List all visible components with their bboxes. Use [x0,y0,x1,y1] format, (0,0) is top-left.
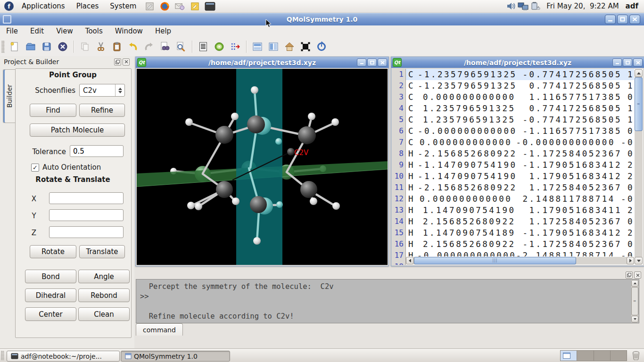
editor-minimize-button[interactable] [612,58,622,66]
menu-window[interactable]: Window [109,25,149,37]
editor-row[interactable]: H0.0000000000002.148811788714-0 [406,193,634,205]
dock-float-icon[interactable] [114,58,121,66]
molecule-canvas[interactable]: C2V [137,69,388,265]
report-icon[interactable] [195,39,211,54]
taskbar-grip[interactable] [1,351,4,360]
editor-row[interactable]: H-2.1568526809221.1725840523670 [406,182,634,193]
symmetry-align-icon[interactable] [227,39,243,54]
patch-molecule-button[interactable]: Patch Molecule [30,123,125,137]
panel-clock[interactable]: Fri May 20, 9:22 AM [542,2,623,10]
scroll-up-icon[interactable] [631,280,638,287]
editor-row[interactable]: H2.156852680922-1.1725840523670 [406,239,634,250]
battery-icon[interactable] [529,1,542,11]
task-qmolsymmetry[interactable]: QMolSymmetry 1.0 [121,351,230,362]
editor-row[interactable]: H1.147090754189-1.1790516834122 [406,227,634,239]
editor-row[interactable]: C1.235796591325-0.7741725685051 [406,114,634,125]
workspace-2[interactable] [577,351,594,361]
auto-orientation-checkbox[interactable]: ✓ [31,164,39,172]
editor-maximize-button[interactable] [623,58,632,66]
x-input[interactable] [49,192,124,204]
menu-tools[interactable]: Tools [79,25,109,37]
tab-builder[interactable]: Builder [3,69,16,123]
firefox-launcher-icon[interactable] [158,1,171,11]
find-replace-icon[interactable] [173,39,189,54]
cut-icon[interactable] [93,39,109,54]
workspace-4[interactable] [611,351,627,361]
task-terminal[interactable]: adf@notebook:~/proje... [7,351,120,362]
angle-button[interactable]: Angle [78,270,130,283]
rotate-button[interactable]: Rotate [30,245,76,258]
fedora-logo-icon[interactable]: f [4,1,14,11]
scroll-up-icon[interactable] [635,69,643,77]
dihedral-button[interactable]: Dihedral [25,288,76,302]
home-view-icon[interactable] [281,39,297,54]
notes-launcher-icon[interactable] [189,1,201,11]
split-vertical-icon[interactable] [265,39,281,54]
editor-row[interactable]: C-1.2357965913250.7741725685051 [406,80,634,91]
dock-float-icon[interactable] [626,272,633,279]
editor-row[interactable]: H-0.000000000000-2.148811788714-0 [406,250,634,256]
editor-row[interactable]: C0.000000000000-0.000000000000-0 [406,137,634,148]
editor-titlebar[interactable]: Qt /home/adf/project/test3d.xyz [391,57,644,68]
dock-close-icon[interactable] [634,272,641,279]
workspace-1[interactable] [561,351,577,361]
translate-button[interactable]: Translate [79,245,125,258]
split-horizontal-icon[interactable] [249,39,265,54]
center-button[interactable]: Center [25,307,76,321]
fit-view-icon[interactable] [297,39,314,54]
toolbar-grip[interactable] [1,41,5,53]
tolerance-input[interactable] [70,145,124,157]
scroll-right-icon[interactable] [627,257,634,264]
save-icon[interactable] [39,39,55,54]
console-scrollbar[interactable]: ≡ [631,280,638,322]
kiwi-view-icon[interactable] [211,39,227,54]
terminal-launcher-icon[interactable] [204,1,216,11]
menu-help[interactable]: Help [149,25,177,37]
copy-icon[interactable] [77,39,93,54]
menu-system[interactable]: System [104,0,142,12]
editor-body[interactable]: 123456789101112131415161718 C-1.23579659… [392,69,643,265]
app-titlebar[interactable]: QMolSymmetry 1.0 [0,13,644,26]
clean-button[interactable]: Clean [78,307,130,321]
menu-edit[interactable]: Edit [24,25,50,37]
scrollbar-thumb[interactable]: ≡ [631,287,638,315]
menu-applications[interactable]: Applications [16,0,71,12]
editor-row[interactable]: C0.0000000000001.1165775173850 [406,91,634,103]
find-button[interactable]: Find [30,104,76,117]
editor-row[interactable]: C-0.000000000000-1.1165775173850 [406,125,634,137]
bond-button[interactable]: Bond [25,270,76,283]
refine-button[interactable]: Refine [79,104,125,117]
volume-icon[interactable] [505,1,517,11]
editor-row[interactable]: H-1.147090754190-1.1790516834122 [406,159,634,171]
scrollbar-thumb[interactable]: ≡ [635,77,643,131]
z-input[interactable] [49,226,124,238]
panel-user[interactable]: adf [624,2,644,10]
rotate-view-icon[interactable] [314,39,330,54]
find-icon[interactable] [157,39,173,54]
viewer-titlebar[interactable]: Qt /home/adf/project/test3d.xyz [136,57,388,68]
combobox-spinner-icon[interactable] [115,84,124,96]
schoenflies-combobox[interactable]: C2v [79,84,125,97]
scroll-down-icon[interactable] [631,316,638,322]
editor-row[interactable]: H1.1470907541901.1790516834112 [406,205,634,216]
text-editor-launcher-icon[interactable] [143,1,156,11]
workspace-3[interactable] [594,351,611,361]
undo-icon[interactable] [125,39,141,54]
editor-row[interactable]: C1.2357965913250.7741725685051 [406,103,634,114]
y-input[interactable] [49,209,124,221]
menu-view[interactable]: View [50,25,79,37]
open-folder-icon[interactable] [23,39,39,54]
menu-file[interactable]: File [0,25,24,37]
minimize-button[interactable] [605,15,616,24]
editor-row[interactable]: H-2.156852680922-1.1725840523670 [406,148,634,159]
viewer-minimize-button[interactable] [357,58,366,66]
scroll-down-icon[interactable] [635,257,643,264]
command-console[interactable]: Percept the symmetry of the molecule: C2… [136,279,639,323]
editor-horizontal-scrollbar[interactable]: ||| [406,257,634,264]
editor-row[interactable]: H2.1568526809221.1725840523670 [406,216,634,227]
email-launcher-icon[interactable] [173,1,186,11]
rebond-button[interactable]: Rebond [78,288,130,302]
editor-vertical-scrollbar[interactable]: ≡ [635,69,643,264]
scroll-left-icon[interactable] [406,257,413,264]
editor-row[interactable]: C-1.235796591325-0.7741725685051 [406,69,634,80]
